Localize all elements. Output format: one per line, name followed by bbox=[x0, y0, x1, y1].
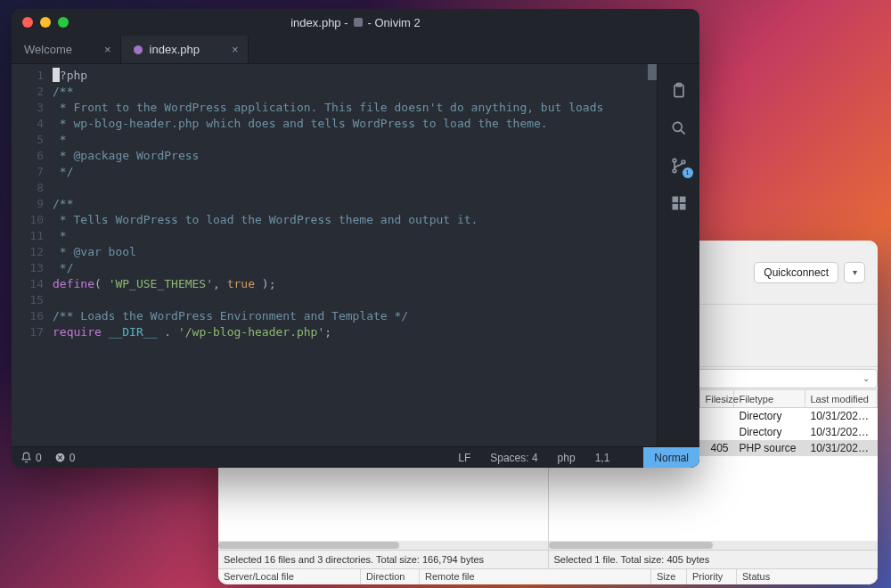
titlebar[interactable]: index.php - - Onivim 2 bbox=[12, 9, 699, 36]
window-controls bbox=[12, 17, 69, 28]
scroll-thumb[interactable] bbox=[549, 542, 714, 549]
tab-label: index.php bbox=[150, 43, 200, 56]
remote-summary: Selected 1 file. Total size: 405 bytes bbox=[549, 550, 879, 568]
git-badge: 1 bbox=[683, 167, 693, 178]
th-remote[interactable]: Remote file bbox=[420, 569, 651, 584]
editor-window: index.php - - Onivim 2 Welcome × index.p… bbox=[12, 9, 699, 468]
svg-rect-7 bbox=[672, 197, 678, 203]
tab-index-php[interactable]: index.php × bbox=[121, 36, 249, 63]
local-summary: Selected 16 files and 3 directories. Tot… bbox=[218, 550, 548, 568]
errors-indicator[interactable]: 0 bbox=[54, 452, 76, 464]
quickconnect-dropdown[interactable]: ▾ bbox=[844, 262, 865, 283]
close-icon[interactable]: × bbox=[104, 43, 111, 56]
col-filetype[interactable]: Filetype bbox=[734, 390, 805, 407]
tab-welcome[interactable]: Welcome × bbox=[12, 36, 121, 63]
app-icon bbox=[354, 18, 363, 27]
tab-label: Welcome bbox=[24, 43, 72, 56]
svg-line-3 bbox=[681, 130, 685, 135]
th-status[interactable]: Status bbox=[737, 569, 878, 584]
eol-indicator[interactable]: LF bbox=[458, 452, 470, 464]
th-server[interactable]: Server/Local file bbox=[218, 569, 361, 584]
bell-icon bbox=[20, 452, 32, 463]
minimap[interactable] bbox=[648, 64, 657, 80]
tab-bar: Welcome × index.php × bbox=[12, 36, 699, 64]
notifications-indicator[interactable]: 0 bbox=[20, 452, 42, 464]
code-area[interactable]: <?php /** * Front to the WordPress appli… bbox=[53, 64, 657, 446]
svg-point-2 bbox=[673, 122, 682, 131]
svg-rect-10 bbox=[679, 204, 685, 210]
close-window-button[interactable] bbox=[22, 17, 33, 28]
remote-hscroll[interactable] bbox=[549, 541, 879, 550]
svg-point-4 bbox=[673, 159, 676, 162]
git-branch-icon[interactable]: 1 bbox=[670, 157, 688, 175]
scroll-thumb[interactable] bbox=[218, 542, 399, 549]
svg-rect-8 bbox=[679, 197, 685, 203]
search-icon[interactable] bbox=[670, 119, 688, 137]
transfer-queue-header: Server/Local file Direction Remote file … bbox=[218, 568, 878, 584]
col-filesize[interactable]: Filesize bbox=[700, 390, 734, 407]
line-gutter: 123 456 789 101112 131415 1617 bbox=[12, 64, 53, 446]
status-bar: 0 0 LF Spaces: 4 php 1,1 Normal bbox=[12, 446, 699, 468]
php-icon bbox=[134, 45, 143, 54]
cursor-pos[interactable]: 1,1 bbox=[595, 452, 610, 464]
th-priority[interactable]: Priority bbox=[687, 569, 737, 584]
chevron-down-icon: ⌄ bbox=[862, 369, 870, 388]
quickconnect-button[interactable]: Quickconnect bbox=[754, 262, 838, 283]
local-hscroll[interactable] bbox=[218, 541, 548, 550]
grid-icon[interactable] bbox=[670, 194, 688, 212]
quickconnect-label: Quickconnect bbox=[764, 266, 829, 279]
close-icon[interactable]: × bbox=[232, 43, 239, 56]
activity-bar: 1 bbox=[657, 64, 699, 446]
indent-indicator[interactable]: Spaces: 4 bbox=[490, 452, 537, 464]
th-direction[interactable]: Direction bbox=[361, 569, 420, 584]
block-cursor bbox=[53, 68, 60, 82]
svg-point-5 bbox=[673, 169, 676, 173]
minimize-window-button[interactable] bbox=[40, 17, 51, 28]
zoom-window-button[interactable] bbox=[58, 17, 69, 28]
th-size[interactable]: Size bbox=[651, 569, 687, 584]
editor-body: 123 456 789 101112 131415 1617 <?php /**… bbox=[12, 64, 699, 446]
window-title: index.php - - Onivim 2 bbox=[12, 9, 699, 36]
lang-indicator[interactable]: php bbox=[558, 452, 576, 464]
col-lastmod[interactable]: Last modified bbox=[805, 390, 879, 407]
vim-mode[interactable]: Normal bbox=[643, 447, 699, 469]
svg-rect-9 bbox=[672, 204, 678, 210]
clipboard-icon[interactable] bbox=[670, 82, 688, 100]
error-icon bbox=[54, 452, 66, 463]
